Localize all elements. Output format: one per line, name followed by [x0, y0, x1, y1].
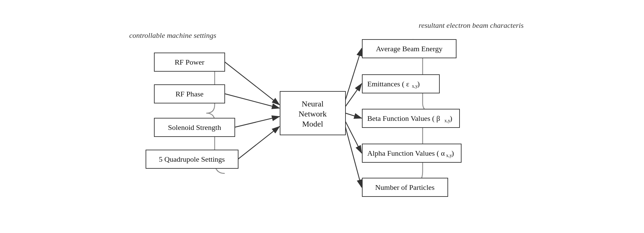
- neural-network-line3: Model: [302, 120, 323, 128]
- neural-network-line2: Network: [299, 109, 327, 118]
- arrow-rf-power: [225, 62, 279, 105]
- left-label: controllable machine settings: [129, 31, 216, 40]
- arrow-to-avg-energy: [345, 49, 362, 100]
- rf-phase-label: RF Phase: [175, 90, 204, 98]
- diagram-svg: controllable machine settings resultant …: [121, 6, 523, 227]
- neural-network-line1: Neural: [302, 99, 324, 108]
- arrow-to-emittances: [345, 84, 362, 106]
- alpha-paren: ): [451, 149, 454, 157]
- quadrupole-settings-label: 5 Quadrupole Settings: [159, 155, 225, 163]
- diagram-container: controllable machine settings resultant …: [0, 0, 644, 233]
- beta-function-label: Beta Function Values ( β: [367, 114, 440, 123]
- alpha-function-label: Alpha Function Values ( α: [367, 149, 445, 157]
- beta-paren: ): [450, 114, 452, 123]
- arrow-solenoid: [235, 116, 279, 127]
- solenoid-strength-label: Solenoid Strength: [168, 123, 221, 132]
- arrow-quadrupole: [238, 127, 279, 159]
- beta-subscript: x,y: [444, 118, 450, 123]
- arrow-rf-phase: [225, 94, 279, 108]
- emittances-label: Emittances ( ε: [367, 80, 409, 88]
- rf-power-label: RF Power: [175, 58, 205, 66]
- arrow-to-beta: [345, 113, 362, 118]
- avg-beam-energy-label: Average Beam Energy: [376, 45, 442, 53]
- arrow-to-particles: [345, 127, 362, 187]
- emittances-subscript: x,y: [412, 84, 418, 89]
- num-particles-label: Number of Particles: [375, 183, 434, 191]
- alpha-subscript: x,y: [446, 153, 452, 158]
- emittances-paren: ): [417, 80, 420, 88]
- right-label: resultant electron beam characteristics: [419, 21, 523, 29]
